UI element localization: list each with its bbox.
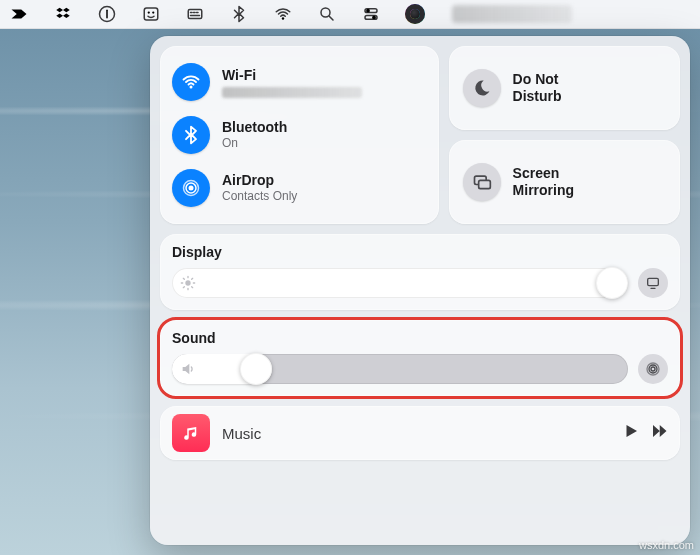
menubar-account-area [452, 5, 572, 23]
airdrop-label: AirDrop [222, 172, 297, 189]
svg-point-18 [185, 280, 190, 285]
sun-icon [180, 275, 196, 291]
finder-extra-icon[interactable] [140, 0, 162, 28]
dropbox-icon[interactable] [52, 0, 74, 28]
svg-point-11 [372, 16, 376, 20]
screen-mirroring-tile[interactable]: Screen Mirroring [449, 140, 680, 224]
wifi-label: Wi-Fi [222, 67, 362, 84]
next-track-button[interactable] [650, 422, 668, 444]
svg-point-12 [190, 86, 193, 89]
svg-point-20 [651, 367, 655, 371]
airdrop-icon [172, 169, 210, 207]
bluetooth-icon [172, 116, 210, 154]
svg-point-3 [148, 11, 150, 13]
display-brightness-slider[interactable] [172, 268, 628, 298]
svg-point-21 [649, 365, 657, 373]
dnd-label-line1: Do Not [513, 71, 562, 88]
mirror-label-line1: Screen [513, 165, 574, 182]
sound-output-button[interactable] [638, 354, 668, 384]
sound-section: Sound [160, 320, 680, 396]
svg-point-9 [366, 9, 370, 13]
control-center-panel: Wi-Fi Bluetooth On AirDrop [150, 36, 690, 545]
sound-volume-slider[interactable] [172, 354, 628, 384]
menubar [0, 0, 700, 29]
svg-rect-2 [144, 8, 158, 20]
bluetooth-label: Bluetooth [222, 119, 287, 136]
svg-point-13 [189, 185, 194, 190]
svg-rect-19 [648, 278, 659, 285]
mirror-label-line2: Mirroring [513, 182, 574, 199]
cc-row-top: Wi-Fi Bluetooth On AirDrop [160, 46, 680, 224]
bluetooth-menubar-icon[interactable] [228, 0, 250, 28]
display-section: Display [160, 234, 680, 310]
display-heading: Display [172, 244, 668, 260]
wifi-menubar-icon[interactable] [272, 0, 294, 28]
wifi-network-name [222, 87, 362, 98]
keyboard-input-icon[interactable] [184, 0, 206, 28]
airdrop-toggle[interactable]: AirDrop Contacts Only [172, 165, 427, 211]
svg-rect-1 [106, 10, 108, 19]
bluetooth-toggle[interactable]: Bluetooth On [172, 112, 427, 158]
wifi-icon [172, 63, 210, 101]
svg-rect-17 [478, 180, 490, 188]
now-playing-tile[interactable]: Music [160, 406, 680, 460]
moon-icon [463, 69, 501, 107]
bluetooth-status: On [222, 136, 287, 150]
svg-point-4 [152, 11, 154, 13]
watermark: wsxdn.com [639, 539, 694, 551]
sound-heading: Sound [172, 330, 668, 346]
wifi-toggle[interactable]: Wi-Fi [172, 59, 427, 105]
spotlight-icon[interactable] [316, 0, 338, 28]
dnd-label-line2: Disturb [513, 88, 562, 105]
siri-icon[interactable] [404, 0, 426, 28]
onepassword-icon[interactable] [96, 0, 118, 28]
music-app-icon [172, 414, 210, 452]
do-not-disturb-tile[interactable]: Do Not Disturb [449, 46, 680, 130]
display-settings-button[interactable] [638, 268, 668, 298]
svg-point-7 [321, 8, 330, 17]
speaker-icon [180, 361, 196, 377]
svg-point-6 [282, 17, 284, 19]
control-center-menubar-icon[interactable] [360, 0, 382, 28]
svg-rect-5 [188, 10, 202, 19]
play-button[interactable] [622, 422, 640, 444]
airdrop-status: Contacts Only [222, 189, 297, 203]
connectivity-tile: Wi-Fi Bluetooth On AirDrop [160, 46, 439, 224]
app-shortcut-icon[interactable] [8, 0, 30, 28]
screen-mirror-icon [463, 163, 501, 201]
music-title: Music [222, 425, 610, 442]
